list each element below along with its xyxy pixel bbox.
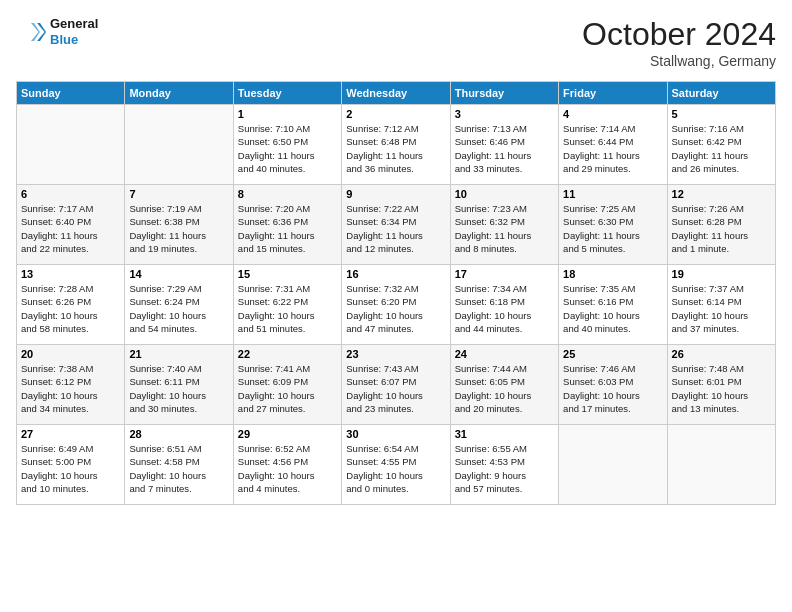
- calendar-cell: 5Sunrise: 7:16 AM Sunset: 6:42 PM Daylig…: [667, 105, 775, 185]
- day-info: Sunrise: 7:16 AM Sunset: 6:42 PM Dayligh…: [672, 122, 771, 175]
- calendar-cell: 4Sunrise: 7:14 AM Sunset: 6:44 PM Daylig…: [559, 105, 667, 185]
- svg-marker-0: [37, 23, 46, 41]
- day-info: Sunrise: 7:17 AM Sunset: 6:40 PM Dayligh…: [21, 202, 120, 255]
- day-number: 27: [21, 428, 120, 440]
- calendar-cell: 3Sunrise: 7:13 AM Sunset: 6:46 PM Daylig…: [450, 105, 558, 185]
- day-info: Sunrise: 7:48 AM Sunset: 6:01 PM Dayligh…: [672, 362, 771, 415]
- logo-line2: Blue: [50, 32, 98, 48]
- day-number: 13: [21, 268, 120, 280]
- day-number: 26: [672, 348, 771, 360]
- day-number: 16: [346, 268, 445, 280]
- calendar-cell: 8Sunrise: 7:20 AM Sunset: 6:36 PM Daylig…: [233, 185, 341, 265]
- calendar-cell: 20Sunrise: 7:38 AM Sunset: 6:12 PM Dayli…: [17, 345, 125, 425]
- day-number: 18: [563, 268, 662, 280]
- day-number: 14: [129, 268, 228, 280]
- calendar-cell: 23Sunrise: 7:43 AM Sunset: 6:07 PM Dayli…: [342, 345, 450, 425]
- calendar-cell: 10Sunrise: 7:23 AM Sunset: 6:32 PM Dayli…: [450, 185, 558, 265]
- calendar-cell: 25Sunrise: 7:46 AM Sunset: 6:03 PM Dayli…: [559, 345, 667, 425]
- day-info: Sunrise: 7:14 AM Sunset: 6:44 PM Dayligh…: [563, 122, 662, 175]
- calendar-cell: 6Sunrise: 7:17 AM Sunset: 6:40 PM Daylig…: [17, 185, 125, 265]
- calendar-cell: 27Sunrise: 6:49 AM Sunset: 5:00 PM Dayli…: [17, 425, 125, 505]
- calendar-cell: [125, 105, 233, 185]
- day-number: 12: [672, 188, 771, 200]
- day-info: Sunrise: 7:20 AM Sunset: 6:36 PM Dayligh…: [238, 202, 337, 255]
- day-info: Sunrise: 7:37 AM Sunset: 6:14 PM Dayligh…: [672, 282, 771, 335]
- day-info: Sunrise: 6:55 AM Sunset: 4:53 PM Dayligh…: [455, 442, 554, 495]
- day-info: Sunrise: 7:46 AM Sunset: 6:03 PM Dayligh…: [563, 362, 662, 415]
- calendar-week-row: 6Sunrise: 7:17 AM Sunset: 6:40 PM Daylig…: [17, 185, 776, 265]
- day-number: 21: [129, 348, 228, 360]
- day-info: Sunrise: 7:19 AM Sunset: 6:38 PM Dayligh…: [129, 202, 228, 255]
- day-info: Sunrise: 7:26 AM Sunset: 6:28 PM Dayligh…: [672, 202, 771, 255]
- logo-line1: General: [50, 16, 98, 32]
- weekday-header-row: SundayMondayTuesdayWednesdayThursdayFrid…: [17, 82, 776, 105]
- day-info: Sunrise: 7:32 AM Sunset: 6:20 PM Dayligh…: [346, 282, 445, 335]
- svg-marker-1: [31, 23, 40, 41]
- day-info: Sunrise: 7:22 AM Sunset: 6:34 PM Dayligh…: [346, 202, 445, 255]
- day-number: 31: [455, 428, 554, 440]
- day-info: Sunrise: 6:52 AM Sunset: 4:56 PM Dayligh…: [238, 442, 337, 495]
- day-info: Sunrise: 6:54 AM Sunset: 4:55 PM Dayligh…: [346, 442, 445, 495]
- logo: General Blue: [16, 16, 98, 47]
- day-info: Sunrise: 7:38 AM Sunset: 6:12 PM Dayligh…: [21, 362, 120, 415]
- calendar-cell: 7Sunrise: 7:19 AM Sunset: 6:38 PM Daylig…: [125, 185, 233, 265]
- location-title: Stallwang, Germany: [582, 53, 776, 69]
- day-number: 9: [346, 188, 445, 200]
- day-number: 23: [346, 348, 445, 360]
- calendar-cell: 13Sunrise: 7:28 AM Sunset: 6:26 PM Dayli…: [17, 265, 125, 345]
- weekday-header-cell: Friday: [559, 82, 667, 105]
- day-number: 8: [238, 188, 337, 200]
- calendar-cell: 16Sunrise: 7:32 AM Sunset: 6:20 PM Dayli…: [342, 265, 450, 345]
- day-info: Sunrise: 7:23 AM Sunset: 6:32 PM Dayligh…: [455, 202, 554, 255]
- calendar-cell: 30Sunrise: 6:54 AM Sunset: 4:55 PM Dayli…: [342, 425, 450, 505]
- calendar-cell: 15Sunrise: 7:31 AM Sunset: 6:22 PM Dayli…: [233, 265, 341, 345]
- day-info: Sunrise: 7:31 AM Sunset: 6:22 PM Dayligh…: [238, 282, 337, 335]
- day-number: 1: [238, 108, 337, 120]
- calendar-cell: 18Sunrise: 7:35 AM Sunset: 6:16 PM Dayli…: [559, 265, 667, 345]
- calendar-week-row: 20Sunrise: 7:38 AM Sunset: 6:12 PM Dayli…: [17, 345, 776, 425]
- calendar-cell: 29Sunrise: 6:52 AM Sunset: 4:56 PM Dayli…: [233, 425, 341, 505]
- day-info: Sunrise: 7:28 AM Sunset: 6:26 PM Dayligh…: [21, 282, 120, 335]
- day-number: 28: [129, 428, 228, 440]
- day-number: 19: [672, 268, 771, 280]
- day-info: Sunrise: 7:13 AM Sunset: 6:46 PM Dayligh…: [455, 122, 554, 175]
- weekday-header-cell: Wednesday: [342, 82, 450, 105]
- calendar-cell: 21Sunrise: 7:40 AM Sunset: 6:11 PM Dayli…: [125, 345, 233, 425]
- calendar-cell: 12Sunrise: 7:26 AM Sunset: 6:28 PM Dayli…: [667, 185, 775, 265]
- day-number: 30: [346, 428, 445, 440]
- day-number: 7: [129, 188, 228, 200]
- calendar-week-row: 27Sunrise: 6:49 AM Sunset: 5:00 PM Dayli…: [17, 425, 776, 505]
- calendar-cell: 9Sunrise: 7:22 AM Sunset: 6:34 PM Daylig…: [342, 185, 450, 265]
- calendar-cell: 2Sunrise: 7:12 AM Sunset: 6:48 PM Daylig…: [342, 105, 450, 185]
- day-info: Sunrise: 7:12 AM Sunset: 6:48 PM Dayligh…: [346, 122, 445, 175]
- day-number: 6: [21, 188, 120, 200]
- calendar-cell: 14Sunrise: 7:29 AM Sunset: 6:24 PM Dayli…: [125, 265, 233, 345]
- day-info: Sunrise: 7:44 AM Sunset: 6:05 PM Dayligh…: [455, 362, 554, 415]
- day-number: 29: [238, 428, 337, 440]
- calendar-cell: [17, 105, 125, 185]
- day-info: Sunrise: 7:10 AM Sunset: 6:50 PM Dayligh…: [238, 122, 337, 175]
- day-number: 22: [238, 348, 337, 360]
- calendar-cell: 24Sunrise: 7:44 AM Sunset: 6:05 PM Dayli…: [450, 345, 558, 425]
- calendar-body: 1Sunrise: 7:10 AM Sunset: 6:50 PM Daylig…: [17, 105, 776, 505]
- day-info: Sunrise: 6:49 AM Sunset: 5:00 PM Dayligh…: [21, 442, 120, 495]
- day-number: 2: [346, 108, 445, 120]
- page-header: General Blue October 2024 Stallwang, Ger…: [16, 16, 776, 69]
- calendar-cell: 17Sunrise: 7:34 AM Sunset: 6:18 PM Dayli…: [450, 265, 558, 345]
- day-info: Sunrise: 7:41 AM Sunset: 6:09 PM Dayligh…: [238, 362, 337, 415]
- day-number: 24: [455, 348, 554, 360]
- month-title: October 2024: [582, 16, 776, 53]
- day-info: Sunrise: 7:25 AM Sunset: 6:30 PM Dayligh…: [563, 202, 662, 255]
- calendar-cell: 19Sunrise: 7:37 AM Sunset: 6:14 PM Dayli…: [667, 265, 775, 345]
- day-info: Sunrise: 7:34 AM Sunset: 6:18 PM Dayligh…: [455, 282, 554, 335]
- calendar-cell: 28Sunrise: 6:51 AM Sunset: 4:58 PM Dayli…: [125, 425, 233, 505]
- day-info: Sunrise: 7:43 AM Sunset: 6:07 PM Dayligh…: [346, 362, 445, 415]
- calendar-cell: [667, 425, 775, 505]
- day-number: 25: [563, 348, 662, 360]
- weekday-header-cell: Tuesday: [233, 82, 341, 105]
- day-info: Sunrise: 6:51 AM Sunset: 4:58 PM Dayligh…: [129, 442, 228, 495]
- calendar-cell: 1Sunrise: 7:10 AM Sunset: 6:50 PM Daylig…: [233, 105, 341, 185]
- calendar-cell: 22Sunrise: 7:41 AM Sunset: 6:09 PM Dayli…: [233, 345, 341, 425]
- calendar-cell: 26Sunrise: 7:48 AM Sunset: 6:01 PM Dayli…: [667, 345, 775, 425]
- weekday-header-cell: Thursday: [450, 82, 558, 105]
